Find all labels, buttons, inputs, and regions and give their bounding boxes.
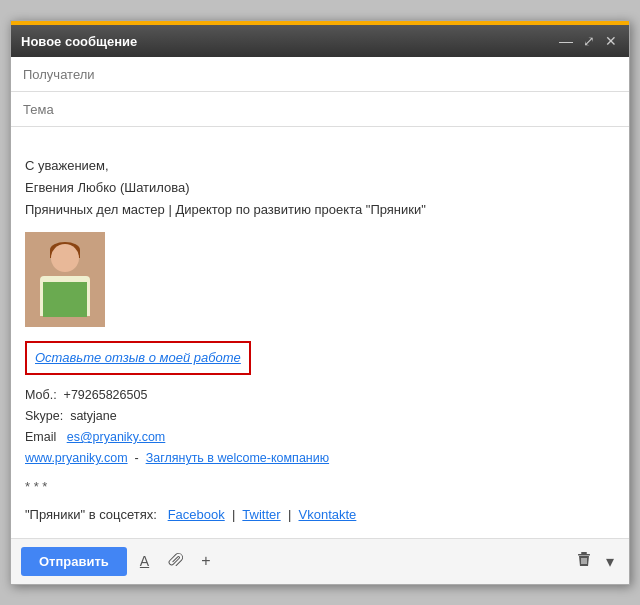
contact-info: Моб.: +79265826505 Skype: satyjane Email… [25, 385, 615, 470]
social-prefix: "Пряники" в соцсетях: [25, 507, 157, 522]
send-button[interactable]: Отправить [21, 547, 127, 576]
format-text-button[interactable]: A [135, 549, 154, 573]
review-link-box: Оставьте отзыв о моей работе [25, 341, 251, 375]
toolbar-left: Отправить A + [21, 547, 216, 576]
facebook-link[interactable]: Facebook [168, 507, 225, 522]
title-line: Пряничных дел мастер | Директор по разви… [25, 199, 615, 221]
mobile-line: Моб.: +79265826505 [25, 385, 615, 406]
subject-input[interactable] [23, 102, 617, 117]
title-bar: Новое сообщение — ⤢ ✕ [11, 25, 629, 57]
minimize-button[interactable]: — [557, 34, 575, 48]
recipients-input[interactable] [23, 67, 617, 82]
more-options-button[interactable]: + [196, 548, 215, 574]
stars-separator: * * * [25, 476, 615, 498]
shirt-shape [43, 282, 87, 317]
greeting-line: С уважением, [25, 155, 615, 177]
maximize-button[interactable]: ⤢ [581, 34, 597, 48]
email-label: Email [25, 430, 56, 444]
skype-label: Skype: [25, 409, 63, 423]
head-shape [51, 244, 79, 272]
dropdown-button[interactable]: ▾ [601, 548, 619, 575]
review-link[interactable]: Оставьте отзыв о моей работе [35, 350, 241, 365]
message-body[interactable]: С уважением, Егвения Любко (Шатилова) Пр… [11, 127, 629, 538]
skype-line: Skype: satyjane [25, 406, 615, 427]
subject-row [11, 92, 629, 127]
toolbar-right: ▾ [571, 547, 619, 575]
attach-button[interactable] [162, 547, 188, 575]
pipe1: | [232, 507, 235, 522]
vkontakte-link[interactable]: Vkontakte [299, 507, 357, 522]
mobile-value: +79265826505 [64, 388, 148, 402]
email-link[interactable]: es@pryaniky.com [67, 430, 166, 444]
close-button[interactable]: ✕ [603, 34, 619, 48]
social-links-line: "Пряники" в соцсетях: Facebook | Twitter… [25, 504, 615, 526]
svg-rect-0 [581, 552, 587, 554]
email-line: Email es@pryaniky.com [25, 427, 615, 448]
avatar-shape [25, 232, 105, 327]
skype-value: satyjane [70, 409, 117, 423]
welcome-link[interactable]: Заглянуть в welcome-компанию [146, 451, 329, 465]
mobile-label: Моб.: [25, 388, 57, 402]
recipients-row [11, 57, 629, 92]
delete-button[interactable] [571, 547, 597, 575]
compose-window: Новое сообщение — ⤢ ✕ С уважением, Егвен… [10, 20, 630, 585]
pipe2: | [288, 507, 291, 522]
svg-rect-1 [578, 554, 590, 556]
avatar [25, 232, 105, 327]
twitter-link[interactable]: Twitter [242, 507, 280, 522]
signature-block: С уважением, Егвения Любко (Шатилова) Пр… [25, 155, 615, 526]
name-line: Егвения Любко (Шатилова) [25, 177, 615, 199]
window-controls: — ⤢ ✕ [557, 34, 619, 48]
toolbar: Отправить A + ▾ [11, 538, 629, 584]
links-line: www.pryaniky.com - Заглянуть в welcome-к… [25, 448, 615, 469]
window-title: Новое сообщение [21, 34, 137, 49]
website-link[interactable]: www.pryaniky.com [25, 451, 128, 465]
